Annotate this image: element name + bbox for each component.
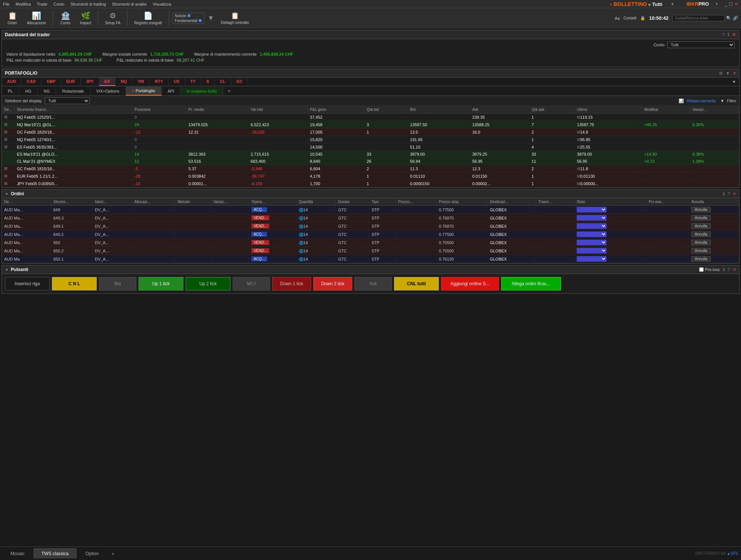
- tab-s[interactable]: S: [201, 78, 215, 86]
- sub-tab-hg[interactable]: HG: [19, 87, 38, 95]
- menu-strumenti-trading[interactable]: Strumenti di trading: [70, 2, 106, 6]
- order-annulla-cell[interactable]: Annulla: [689, 214, 739, 222]
- tab-gbp[interactable]: GBP: [41, 78, 61, 86]
- tab-nq[interactable]: NQ: [115, 78, 133, 86]
- pulsanti-close-icon[interactable]: ✕: [733, 267, 736, 272]
- minimize-icon[interactable]: ⎯: [725, 1, 727, 7]
- stato-dropdown[interactable]: [577, 248, 607, 253]
- pulsanti-info-icon[interactable]: ℹ: [723, 267, 725, 272]
- tab-us[interactable]: US: [168, 78, 185, 86]
- expand-cell[interactable]: ⊞: [2, 165, 15, 172]
- tab-ym[interactable]: YM: [133, 78, 150, 86]
- down-2-tick-button[interactable]: Down 2 tick: [313, 277, 352, 290]
- order-stato-cell[interactable]: [574, 255, 646, 263]
- acq-button[interactable]: ACQ...: [251, 232, 267, 237]
- tab-mosaic[interactable]: Mosaic: [3, 549, 32, 559]
- menu-conto[interactable]: Conto: [53, 2, 64, 6]
- up-2-tick-button[interactable]: Up 2 tick: [186, 277, 230, 290]
- order-opera-cell[interactable]: VEND...: [249, 222, 297, 230]
- expand-cell[interactable]: [2, 151, 15, 158]
- cnl-button[interactable]: C N L: [52, 277, 97, 290]
- tab-es[interactable]: ES: [99, 78, 116, 86]
- tab-cl[interactable]: CL: [215, 78, 231, 86]
- link-icon[interactable]: 🔗: [733, 16, 738, 21]
- inserisci-riga-button[interactable]: Inserisci riga: [5, 277, 50, 290]
- allega-ordini-button[interactable]: Allega ordini Brac...: [501, 277, 561, 290]
- menu-strumenti-analisi[interactable]: Strumenti di analisi: [112, 2, 147, 6]
- orders-info-icon[interactable]: ℹ: [723, 192, 725, 196]
- setup-fa-button[interactable]: ⚙ Setup FA: [101, 10, 124, 27]
- order-stato-cell[interactable]: [574, 214, 646, 222]
- vend-button[interactable]: VEND...: [251, 240, 269, 245]
- order-stato-cell[interactable]: [574, 247, 646, 255]
- order-annulla-cell[interactable]: Annulla: [689, 230, 739, 239]
- annulla-button[interactable]: Annulla: [691, 231, 710, 237]
- dashboard-question-icon[interactable]: ?: [722, 32, 725, 37]
- selector-select[interactable]: Tutti: [45, 97, 90, 104]
- orders-close-icon[interactable]: ✕: [733, 192, 736, 196]
- expand-cell[interactable]: ⊞: [2, 128, 15, 136]
- expand-cell[interactable]: ⊞: [2, 180, 15, 187]
- annulla-button[interactable]: Annulla: [691, 207, 710, 212]
- order-opera-cell[interactable]: VEND...: [249, 214, 297, 222]
- tab-eur[interactable]: EUR: [61, 78, 81, 86]
- dashboard-close-icon[interactable]: ✕: [732, 32, 736, 37]
- tab-gc[interactable]: GC: [231, 78, 248, 86]
- order-stato-cell[interactable]: [574, 230, 646, 239]
- expand-cell[interactable]: [2, 158, 15, 165]
- sub-tab-portafoglio[interactable]: ×Portafoglio: [126, 87, 162, 96]
- sub-tab-add[interactable]: +: [223, 86, 235, 96]
- filtro-button[interactable]: ▼ Filtro: [720, 99, 736, 103]
- order-annulla-cell[interactable]: Annulla: [689, 206, 739, 214]
- ask-button[interactable]: Ask: [354, 277, 392, 290]
- acq-button[interactable]: ACQ...: [251, 256, 267, 261]
- search-icon[interactable]: 🔍: [726, 16, 731, 21]
- order-opera-cell[interactable]: VEND...: [249, 247, 297, 255]
- pulsanti-collapse-icon[interactable]: ▼: [5, 268, 9, 272]
- order-button[interactable]: 📋 Order: [3, 10, 22, 27]
- order-opera-cell[interactable]: ACQ...: [249, 206, 297, 214]
- aggiungi-ordine-button[interactable]: Aggiungi ordine S...: [441, 277, 499, 290]
- menu-visualizza[interactable]: Visualizza: [153, 2, 171, 6]
- order-stato-cell[interactable]: [574, 222, 646, 230]
- up-1-tick-button[interactable]: Up 1 tick: [139, 277, 183, 290]
- fondamentali-row[interactable]: Fondamentali: [175, 19, 202, 23]
- sub-tab-ng[interactable]: NG: [38, 87, 56, 95]
- maximize-icon[interactable]: ☐: [729, 1, 733, 7]
- dropdown-arrow-icon[interactable]: ▼: [206, 14, 216, 22]
- pulsanti-question-icon[interactable]: ?: [728, 267, 730, 272]
- stato-dropdown[interactable]: [577, 223, 607, 229]
- m1t-button[interactable]: M1:t: [233, 277, 270, 290]
- order-stato-cell[interactable]: [574, 239, 646, 247]
- registro-button[interactable]: 📄 Registro eseguiti: [130, 10, 165, 27]
- tab-ty[interactable]: TY: [185, 78, 201, 86]
- dashboard-info-icon[interactable]: ℹ: [728, 32, 729, 37]
- expand-cell[interactable]: ⊞: [2, 113, 15, 121]
- tab-aud[interactable]: AUD: [2, 78, 22, 86]
- annulla-button[interactable]: Annulla: [691, 256, 710, 262]
- tab-add-button[interactable]: +: [108, 549, 118, 558]
- expand-cell[interactable]: ⊞: [2, 121, 15, 128]
- tab-tws-classica[interactable]: TWS classica: [34, 548, 77, 559]
- stato-dropdown[interactable]: [577, 207, 607, 212]
- notizie-row[interactable]: Notizie: [175, 14, 202, 18]
- annulla-button[interactable]: Annulla: [691, 223, 710, 229]
- order-annulla-cell[interactable]: Annulla: [689, 239, 739, 247]
- order-annulla-cell[interactable]: Annulla: [689, 222, 739, 230]
- acq-button[interactable]: ACQ...: [251, 207, 267, 212]
- impact-button[interactable]: 🌿 Impact: [76, 10, 95, 27]
- stato-dropdown[interactable]: [577, 256, 607, 262]
- orders-collapse-icon[interactable]: ▼: [5, 192, 9, 196]
- portfolio-close-icon[interactable]: ✕: [733, 71, 736, 76]
- conto-select[interactable]: Tutti: [667, 41, 735, 48]
- sub-tab-rotazionale[interactable]: Rotazionale: [56, 87, 90, 95]
- tab-cad[interactable]: CAD: [22, 78, 41, 86]
- annulla-button[interactable]: Annulla: [691, 240, 710, 245]
- contatti-button[interactable]: Contatti: [623, 16, 636, 20]
- down-1-tick-button[interactable]: Down 1 tick: [272, 277, 311, 290]
- sub-tab-pl[interactable]: PL: [2, 87, 19, 95]
- order-annulla-cell[interactable]: Annulla: [689, 255, 739, 263]
- orders-question-icon[interactable]: ?: [728, 192, 730, 196]
- tab-option[interactable]: Option: [78, 549, 106, 559]
- tab-rty[interactable]: RTY: [149, 78, 168, 86]
